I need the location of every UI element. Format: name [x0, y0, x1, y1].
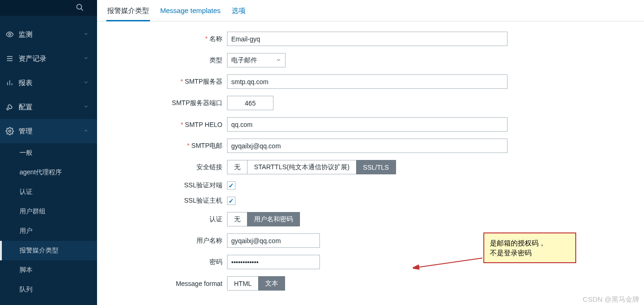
sidebar: 监测 资产记录 报表 配置 管理 一般 agent代理程序 认证 用户群组: [0, 0, 97, 305]
name-input[interactable]: [227, 32, 507, 46]
auth-opt-userpass[interactable]: 用户名和密码: [247, 212, 300, 226]
chevron-down-icon: [83, 55, 89, 62]
sidebar-sub-queue[interactable]: 队列: [0, 280, 97, 299]
auth-segment: 无 用户名和密码: [227, 212, 300, 226]
smtp-helo-input[interactable]: [227, 117, 507, 132]
password-label: 密码: [106, 258, 227, 266]
callout-line2: 不是登录密码: [490, 248, 570, 258]
name-label: 名称: [106, 35, 227, 43]
smtp-helo-label: SMTP HELO: [106, 121, 227, 128]
security-opt-starttls[interactable]: STARTTLS(纯文本通信协议扩展): [247, 160, 357, 174]
smtp-email-label: SMTP电邮: [106, 142, 227, 150]
sidebar-sub-script[interactable]: 脚本: [0, 260, 97, 280]
auth-opt-none[interactable]: 无: [227, 212, 247, 226]
sidebar-item-monitor[interactable]: 监测: [0, 22, 97, 46]
tab-message-templates[interactable]: Message templates: [159, 4, 221, 21]
smtp-server-label: SMTP服务器: [106, 78, 227, 86]
sidebar-item-label: 监测: [19, 30, 33, 39]
sidebar-item-reports[interactable]: 报表: [0, 71, 97, 95]
msgfmt-opt-text[interactable]: 文本: [258, 276, 285, 291]
bars-icon: [5, 79, 15, 86]
annotation-callout: 是邮箱的授权码， 不是登录密码: [483, 232, 576, 263]
svg-point-0: [77, 4, 82, 9]
password-input[interactable]: [227, 255, 320, 269]
search-icon[interactable]: [76, 3, 84, 13]
type-select[interactable]: 电子邮件: [227, 53, 286, 67]
sidebar-item-label: 资产记录: [19, 54, 46, 63]
sidebar-item-admin[interactable]: 管理: [0, 119, 97, 143]
tab-bar: 报警媒介类型 Message templates 选项: [97, 0, 644, 21]
security-opt-ssltls[interactable]: SSL/TLS: [356, 160, 396, 174]
tab-media-type[interactable]: 报警媒介类型: [106, 4, 150, 21]
username-label: 用户名称: [106, 237, 227, 245]
sidebar-sub-users[interactable]: 用户: [0, 221, 97, 241]
sidebar-item-label: 管理: [19, 127, 33, 136]
smtp-port-label: SMTP服务器端口: [106, 99, 227, 107]
sidebar-submenu: 一般 agent代理程序 认证 用户群组 用户 报警媒介类型 脚本 队列: [0, 143, 97, 299]
ssl-peer-checkbox[interactable]: ✓: [227, 181, 235, 190]
msgfmt-label: Message format: [106, 280, 227, 287]
sidebar-sub-auth[interactable]: 认证: [0, 182, 97, 202]
msgfmt-segment: HTML 文本: [227, 276, 285, 291]
svg-line-1: [81, 8, 83, 11]
tab-options[interactable]: 选项: [231, 4, 247, 21]
type-label: 类型: [106, 56, 227, 65]
sidebar-nav: 监测 资产记录 报表 配置 管理 一般 agent代理程序 认证 用户群组: [0, 16, 97, 299]
eye-icon: [5, 30, 15, 39]
callout-line1: 是邮箱的授权码，: [490, 238, 570, 248]
smtp-port-input[interactable]: [227, 96, 273, 110]
sidebar-sub-mediatypes[interactable]: 报警媒介类型: [0, 241, 97, 260]
svg-point-9: [9, 130, 11, 133]
main-content: 报警媒介类型 Message templates 选项 名称 类型 电子邮件 S…: [97, 0, 644, 305]
svg-point-2: [9, 33, 11, 36]
smtp-email-input[interactable]: [227, 139, 507, 153]
smtp-server-input[interactable]: [227, 74, 507, 89]
sidebar-item-label: 报表: [19, 79, 33, 87]
sidebar-sub-general[interactable]: 一般: [0, 143, 97, 163]
ssl-peer-label: SSL验证对端: [106, 181, 227, 190]
username-input[interactable]: [227, 233, 320, 248]
sidebar-item-label: 配置: [19, 103, 33, 112]
chevron-down-icon: [83, 31, 89, 38]
ssl-host-checkbox[interactable]: ✓: [227, 197, 235, 205]
security-opt-none[interactable]: 无: [227, 160, 247, 174]
msgfmt-opt-html[interactable]: HTML: [227, 276, 259, 291]
security-segment: 无 STARTTLS(纯文本通信协议扩展) SSL/TLS: [227, 160, 396, 174]
sidebar-sub-usergroups[interactable]: 用户群组: [0, 202, 97, 221]
callout-arrow: [413, 256, 487, 288]
search-row: [0, 0, 97, 16]
wrench-icon: [5, 103, 15, 111]
sidebar-item-inventory[interactable]: 资产记录: [0, 46, 97, 71]
type-select-value: 电子邮件: [231, 56, 257, 65]
auth-label: 认证: [106, 215, 227, 224]
chevron-up-icon: [83, 127, 89, 135]
chevron-down-icon: [83, 103, 89, 111]
security-label: 安全链接: [106, 163, 227, 172]
ssl-host-label: SSL验证主机: [106, 197, 227, 205]
chevron-down-icon: [276, 57, 281, 64]
sidebar-sub-agent[interactable]: agent代理程序: [0, 163, 97, 182]
sidebar-item-config[interactable]: 配置: [0, 95, 97, 119]
svg-line-10: [417, 258, 482, 267]
gear-icon: [5, 127, 15, 135]
list-icon: [5, 54, 15, 63]
chevron-down-icon: [83, 79, 89, 86]
watermark: CSDN @黑马金牌: [583, 295, 639, 304]
